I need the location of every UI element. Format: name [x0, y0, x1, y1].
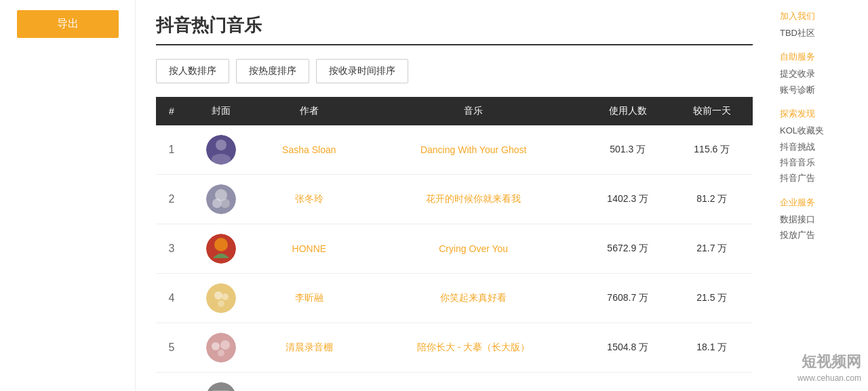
- title-divider: [156, 44, 753, 45]
- author-cell[interactable]: 李冰: [256, 373, 362, 392]
- author-cell[interactable]: Sasha Sloan: [256, 125, 362, 175]
- change-cell: 17.1 万: [671, 373, 753, 392]
- col-users: 使用人数: [585, 97, 671, 125]
- music-cell[interactable]: Crying Over You: [363, 224, 585, 274]
- watermark-brand: 短视频网: [797, 352, 861, 373]
- right-section-0: 加入我们TBD社区: [780, 10, 861, 41]
- right-section-title-1: 自助服务: [780, 51, 861, 63]
- rank-cell: 2: [156, 175, 187, 224]
- table-header-row: # 封面 作者 音乐 使用人数 较前一天: [156, 97, 753, 125]
- svg-point-8: [214, 238, 228, 251]
- right-link-0-0[interactable]: TBD社区: [780, 25, 861, 41]
- rank-cell: 5: [156, 323, 187, 373]
- author-link[interactable]: Sasha Sloan: [282, 144, 336, 155]
- author-cell[interactable]: 张冬玲: [256, 175, 362, 224]
- author-cell[interactable]: 李昕融: [256, 274, 362, 323]
- cover-avatar: [206, 184, 236, 214]
- col-change: 较前一天: [671, 97, 753, 125]
- svg-point-16: [218, 350, 224, 356]
- cover-cell: [187, 224, 256, 274]
- cover-avatar: [206, 234, 236, 264]
- right-link-2-0[interactable]: KOL收藏夹: [780, 123, 861, 138]
- right-link-3-0[interactable]: 数据接口: [780, 211, 861, 227]
- change-cell: 115.6 万: [671, 125, 753, 175]
- svg-point-14: [212, 342, 220, 350]
- music-link[interactable]: 你笑起来真好看: [440, 292, 507, 303]
- change-cell: 21.5 万: [671, 274, 753, 323]
- music-cell[interactable]: Dancing With Your Ghost: [363, 125, 585, 175]
- sort-by-users-button[interactable]: 按人数排序: [156, 59, 229, 83]
- right-section-2: 探索发现KOL收藏夹抖音挑战抖音音乐抖音广告: [780, 108, 861, 186]
- main-content: 抖音热门音乐 按人数排序 按热度排序 按收录时间排序 # 封面 作者 音乐 使用…: [136, 0, 773, 391]
- right-section-3: 企业服务数据接口投放广告: [780, 197, 861, 243]
- right-link-2-1[interactable]: 抖音挑战: [780, 139, 861, 155]
- music-link[interactable]: 陪你长大 - 大摹（长大版）: [417, 342, 530, 352]
- sort-by-heat-button[interactable]: 按热度排序: [236, 59, 309, 83]
- svg-rect-2: [212, 154, 231, 165]
- watermark: 短视频网 www.cehuan.com: [797, 352, 861, 384]
- sort-by-time-button[interactable]: 按收录时间排序: [316, 59, 408, 83]
- cover-cell: [187, 373, 256, 392]
- right-link-2-3[interactable]: 抖音广告: [780, 170, 861, 186]
- svg-point-5: [212, 199, 222, 208]
- music-cell[interactable]: 你是我唯一的执着-女声剪辑版: [363, 373, 585, 392]
- svg-point-11: [222, 293, 229, 300]
- table-row: 2 张冬玲 花开的时候你就来看我 1402.3 万 81.2 万: [156, 175, 753, 224]
- change-cell: 21.7 万: [671, 224, 753, 274]
- col-rank: #: [156, 97, 187, 125]
- cover-avatar: [206, 382, 236, 391]
- author-link[interactable]: 清晨录音棚: [285, 342, 333, 352]
- music-cell[interactable]: 陪你长大 - 大摹（长大版）: [363, 323, 585, 373]
- svg-point-10: [214, 291, 222, 300]
- right-sidebar: 加入我们TBD社区自助服务提交收录账号诊断探索发现KOL收藏夹抖音挑战抖音音乐抖…: [773, 0, 868, 391]
- right-section-title-3: 企业服务: [780, 197, 861, 209]
- svg-point-17: [206, 382, 236, 391]
- table-row: 6 李冰 你是我唯一的执着-女声剪辑版 230.7 万 17.1 万: [156, 373, 753, 392]
- rank-cell: 6: [156, 373, 187, 392]
- author-cell[interactable]: HONNE: [256, 224, 362, 274]
- export-button[interactable]: 导出: [17, 10, 119, 38]
- sort-buttons-group: 按人数排序 按热度排序 按收录时间排序: [156, 59, 753, 83]
- cover-cell: [187, 125, 256, 175]
- users-cell: 5672.9 万: [585, 224, 671, 274]
- author-link[interactable]: 李昕融: [295, 292, 323, 303]
- cover-avatar: [206, 283, 236, 313]
- music-link[interactable]: Dancing With Your Ghost: [420, 144, 526, 155]
- right-link-1-1[interactable]: 账号诊断: [780, 82, 861, 98]
- col-author: 作者: [256, 97, 362, 125]
- music-link[interactable]: 花开的时候你就来看我: [426, 193, 521, 204]
- author-link[interactable]: HONNE: [292, 243, 327, 254]
- table-row: 5 清晨录音棚 陪你长大 - 大摹（长大版） 1504.8 万 18.1 万: [156, 323, 753, 373]
- rank-cell: 4: [156, 274, 187, 323]
- music-link[interactable]: Crying Over You: [439, 243, 508, 254]
- svg-point-15: [220, 340, 230, 350]
- users-cell: 501.3 万: [585, 125, 671, 175]
- music-cell[interactable]: 你笑起来真好看: [363, 274, 585, 323]
- page-title: 抖音热门音乐: [156, 14, 753, 37]
- cover-cell: [187, 175, 256, 224]
- right-link-3-1[interactable]: 投放广告: [780, 227, 861, 243]
- rank-cell: 1: [156, 125, 187, 175]
- change-cell: 18.1 万: [671, 323, 753, 373]
- watermark-url: www.cehuan.com: [797, 373, 861, 384]
- users-cell: 1504.8 万: [585, 323, 671, 373]
- right-section-title-0: 加入我们: [780, 10, 861, 22]
- music-cell[interactable]: 花开的时候你就来看我: [363, 175, 585, 224]
- right-section-title-2: 探索发现: [780, 108, 861, 120]
- rank-cell: 3: [156, 224, 187, 274]
- right-link-1-0[interactable]: 提交收录: [780, 66, 861, 81]
- cover-cell: [187, 274, 256, 323]
- author-link[interactable]: 张冬玲: [295, 193, 323, 204]
- left-sidebar: 导出: [0, 0, 136, 391]
- col-music: 音乐: [363, 97, 585, 125]
- cover-avatar: [206, 333, 236, 363]
- svg-point-1: [216, 140, 226, 150]
- svg-point-12: [218, 300, 224, 307]
- right-link-2-2[interactable]: 抖音音乐: [780, 155, 861, 170]
- svg-point-6: [220, 199, 230, 208]
- users-cell: 230.7 万: [585, 373, 671, 392]
- table-row: 3 HONNE Crying Over You 5672.9 万 21.7 万: [156, 224, 753, 274]
- author-cell[interactable]: 清晨录音棚: [256, 323, 362, 373]
- svg-point-13: [206, 333, 236, 363]
- music-table: # 封面 作者 音乐 使用人数 较前一天 1 Sasha Sloan Danci…: [156, 97, 753, 391]
